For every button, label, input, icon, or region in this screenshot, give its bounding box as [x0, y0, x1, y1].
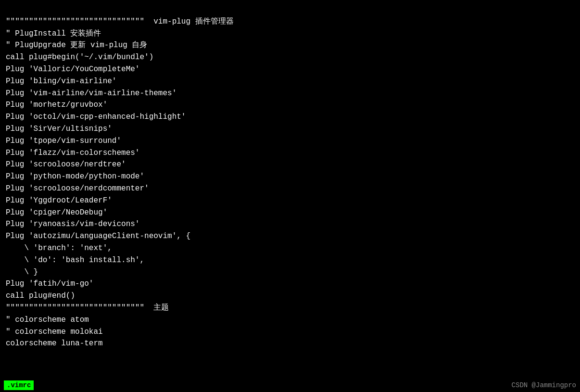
code-line: " colorscheme atom — [6, 314, 574, 326]
code-line: Plug 'flazz/vim-colorschemes' — [6, 147, 574, 159]
code-line: " colorscheme molokai — [6, 326, 574, 338]
code-line: Plug 'Valloric/YouCompleteMe' — [6, 63, 574, 76]
code-line: Plug 'tpope/vim-surround' — [6, 135, 574, 147]
code-line: \ } — [6, 266, 574, 278]
bottom-bar: .vimrc CSDN @Jammingpro — [0, 379, 580, 392]
code-line: Plug 'fatih/vim-go' — [6, 278, 574, 290]
vimrc-badge: .vimrc — [4, 380, 34, 390]
code-line: \ 'branch': 'next', — [6, 242, 574, 254]
code-line: """""""""""""""""""""""""""""" 主题 — [6, 302, 574, 314]
code-line: Plug 'scrooloose/nerdtree' — [6, 159, 574, 171]
code-line: " PlugInstall 安装插件 — [6, 28, 574, 40]
code-line: call plug#end() — [6, 290, 574, 302]
code-line: Plug 'scrooloose/nerdcommenter' — [6, 183, 574, 195]
code-line: call plug#begin('~/.vim/bundle') — [6, 51, 574, 63]
code-line: Plug 'python-mode/python-mode' — [6, 171, 574, 183]
code-line: """""""""""""""""""""""""""""" vim-plug … — [6, 16, 574, 28]
csdn-label: CSDN @Jammingpro — [512, 381, 576, 389]
code-line: Plug 'bling/vim-airline' — [6, 76, 574, 88]
code-block: """""""""""""""""""""""""""""" vim-plug … — [0, 0, 580, 354]
code-line: Plug 'ryanoasis/vim-devicons' — [6, 218, 574, 230]
code-line: Plug 'cpiger/NeoDebug' — [6, 207, 574, 219]
code-line: Plug 'Yggdroot/LeaderF' — [6, 195, 574, 207]
code-line: Plug 'vim-airline/vim-airline-themes' — [6, 88, 574, 100]
code-line: colorscheme luna-term — [6, 338, 574, 350]
code-line: Plug 'octol/vim-cpp-enhanced-highlight' — [6, 111, 574, 123]
code-line: Plug 'autozimu/LanguageClient-neovim', { — [6, 230, 574, 242]
code-line: Plug 'morhetz/gruvbox' — [6, 99, 574, 111]
code-line: \ 'do': 'bash install.sh', — [6, 254, 574, 266]
code-line: Plug 'SirVer/ultisnips' — [6, 123, 574, 135]
code-line: " PlugUpgrade 更新 vim-plug 自身 — [6, 39, 574, 51]
